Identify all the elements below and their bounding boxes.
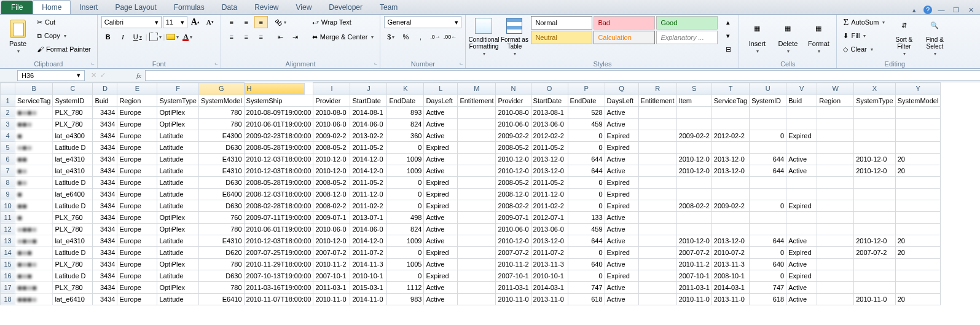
fx-icon[interactable]: fx: [136, 72, 141, 79]
cell[interactable]: [895, 118, 941, 130]
cell[interactable]: Active: [605, 293, 638, 305]
cell[interactable]: [676, 118, 711, 130]
table-row[interactable]: 4lat_e43003434EuropeLatitudeE43002009-02…: [1, 130, 941, 141]
align-center-button[interactable]: ≡: [240, 31, 253, 43]
cell[interactable]: 20: [895, 246, 941, 258]
cell[interactable]: [786, 118, 817, 130]
wrap-text-button[interactable]: ⮐Wrap Text: [310, 16, 377, 28]
cell[interactable]: Active: [605, 281, 638, 293]
header-cell[interactable]: Region: [817, 95, 854, 106]
column-header-H[interactable]: H: [245, 83, 305, 95]
cell[interactable]: 780: [198, 118, 244, 130]
header-cell[interactable]: ServiceTag: [711, 95, 749, 106]
row-header-18[interactable]: 18: [1, 293, 15, 305]
cell[interactable]: [786, 211, 817, 223]
cell[interactable]: E6400: [198, 188, 244, 200]
cell[interactable]: Europe: [117, 235, 157, 246]
row-header-9[interactable]: 9: [1, 188, 15, 200]
cell[interactable]: 2010-12-03T18:00:00: [244, 235, 313, 246]
cell[interactable]: 2010-12-0: [854, 165, 896, 176]
cell[interactable]: Europe: [117, 118, 157, 130]
tab-developer[interactable]: Developer: [320, 1, 371, 14]
cell[interactable]: Active: [424, 106, 458, 118]
service-tag-cell[interactable]: [15, 165, 53, 176]
cell[interactable]: 0: [387, 176, 424, 188]
cell[interactable]: lat_e4310: [53, 165, 93, 176]
cell[interactable]: [786, 223, 817, 235]
header-cell[interactable]: SystemShip: [244, 95, 313, 106]
cell[interactable]: Latitude: [157, 141, 199, 153]
cell[interactable]: 644: [750, 153, 786, 165]
cell[interactable]: Expired: [424, 246, 458, 258]
cell[interactable]: lat_e6400: [53, 188, 93, 200]
cell[interactable]: [750, 223, 786, 235]
cell[interactable]: 2008-05-2: [313, 141, 350, 153]
cell[interactable]: 2008-02-2: [313, 200, 350, 211]
header-cell[interactable]: Buid: [786, 95, 817, 106]
cell[interactable]: Latitude: [157, 130, 199, 141]
cell[interactable]: [458, 200, 496, 211]
service-tag-cell[interactable]: [15, 235, 53, 246]
cell[interactable]: 2010-10-1: [350, 270, 387, 281]
cell[interactable]: 2007-10-1: [676, 270, 711, 281]
service-tag-cell[interactable]: [15, 141, 53, 153]
cell[interactable]: E4300: [198, 130, 244, 141]
cell[interactable]: Expired: [786, 130, 817, 141]
row-header-5[interactable]: 5: [1, 141, 15, 153]
cell[interactable]: 2008-05-2: [496, 176, 531, 188]
cell[interactable]: [638, 153, 676, 165]
cell[interactable]: 0: [568, 141, 605, 153]
cell[interactable]: 2014-06-0: [350, 223, 387, 235]
cell[interactable]: [750, 188, 786, 200]
cell[interactable]: Active: [786, 293, 817, 305]
cell[interactable]: Europe: [117, 141, 157, 153]
cell[interactable]: 2008-05-2: [313, 176, 350, 188]
cell[interactable]: 2010-12-0: [496, 235, 531, 246]
cell[interactable]: 459: [568, 223, 605, 235]
cell[interactable]: Europe: [117, 200, 157, 211]
cell[interactable]: 780: [198, 106, 244, 118]
cell[interactable]: 459: [568, 118, 605, 130]
align-bottom-button[interactable]: ≡: [254, 16, 268, 28]
conditional-formatting-button[interactable]: Conditional Formatting: [469, 16, 498, 57]
cell[interactable]: Active: [424, 293, 458, 305]
merge-center-button[interactable]: ⬌Merge & Center: [310, 31, 377, 43]
header-cell[interactable]: Buid: [93, 95, 117, 106]
grow-font-button[interactable]: A▴: [189, 16, 202, 28]
cell[interactable]: [817, 176, 854, 188]
window-restore-icon[interactable]: ❐: [951, 6, 962, 14]
cell[interactable]: 3434: [93, 188, 117, 200]
select-all-corner[interactable]: [1, 83, 15, 95]
style-bad[interactable]: Bad: [594, 16, 655, 29]
cell[interactable]: 2013-11-0: [711, 293, 749, 305]
cell[interactable]: [676, 106, 711, 118]
autosum-button[interactable]: ΣAutoSum: [841, 16, 887, 28]
cell[interactable]: PLX_760: [53, 211, 93, 223]
row-header-16[interactable]: 16: [1, 270, 15, 281]
cell[interactable]: Active: [605, 118, 638, 130]
cell[interactable]: Active: [605, 165, 638, 176]
cell[interactable]: [817, 211, 854, 223]
comma-button[interactable]: ,: [414, 31, 427, 43]
cell[interactable]: 644: [750, 165, 786, 176]
cell[interactable]: [854, 141, 896, 153]
cell[interactable]: [817, 223, 854, 235]
cell[interactable]: [895, 176, 941, 188]
column-header-P[interactable]: P: [568, 83, 605, 95]
cell[interactable]: 644: [568, 153, 605, 165]
row-header-1[interactable]: 1: [1, 95, 15, 106]
cell[interactable]: 0: [568, 200, 605, 211]
cell[interactable]: Active: [605, 211, 638, 223]
cell[interactable]: 2008-10-1: [711, 270, 749, 281]
cell[interactable]: 824: [387, 223, 424, 235]
cell[interactable]: 2010-12-0: [676, 235, 711, 246]
cell[interactable]: 0: [387, 200, 424, 211]
cell[interactable]: 2013-11-3: [531, 258, 568, 270]
cell[interactable]: Active: [605, 223, 638, 235]
cell[interactable]: [638, 200, 676, 211]
cell[interactable]: [895, 281, 941, 293]
header-cell[interactable]: ServiceTag: [15, 95, 53, 106]
cell[interactable]: Active: [786, 235, 817, 246]
cell[interactable]: 2010-06-0: [496, 223, 531, 235]
cell[interactable]: [750, 118, 786, 130]
